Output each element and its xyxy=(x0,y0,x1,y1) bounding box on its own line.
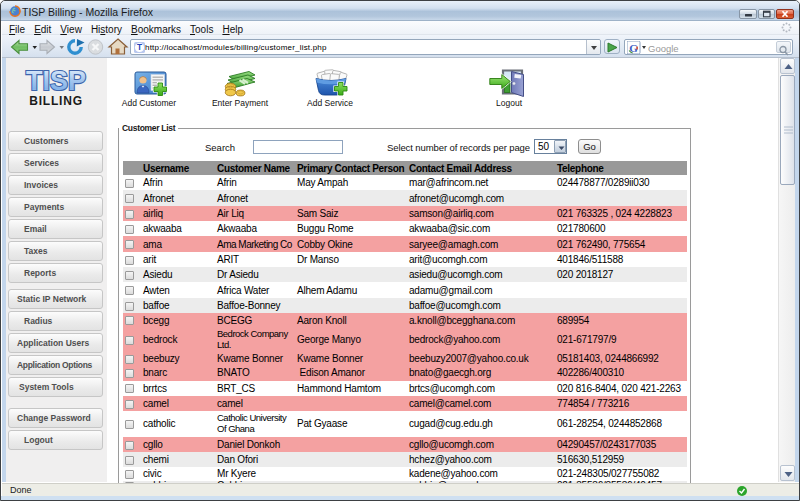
svg-text:T: T xyxy=(137,43,142,52)
svg-text:TISP: TISP xyxy=(26,66,86,96)
svg-text:BILLING: BILLING xyxy=(29,94,83,106)
